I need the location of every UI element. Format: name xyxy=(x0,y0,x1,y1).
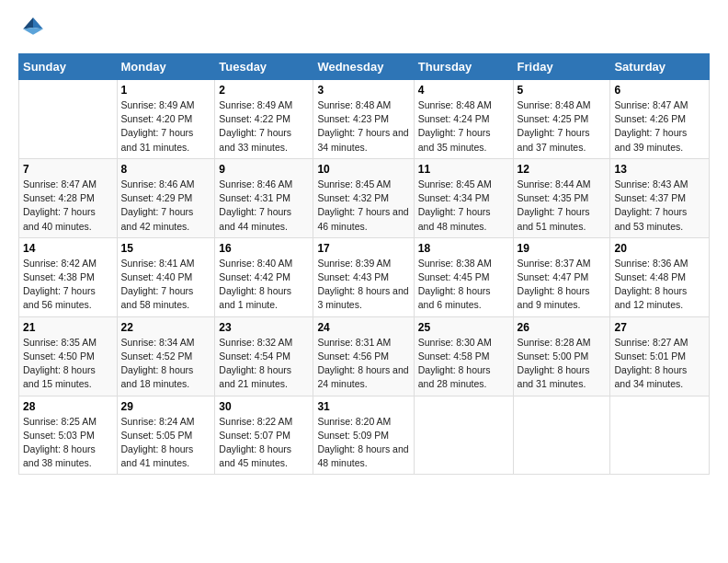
day-info: Sunrise: 8:37 AM Sunset: 4:47 PM Dayligh… xyxy=(518,257,607,313)
day-info: Sunrise: 8:24 AM Sunset: 5:05 PM Dayligh… xyxy=(121,415,211,471)
day-info: Sunrise: 8:27 AM Sunset: 5:01 PM Dayligh… xyxy=(614,336,705,392)
day-info: Sunrise: 8:31 AM Sunset: 4:56 PM Dayligh… xyxy=(317,336,409,392)
calendar-cell xyxy=(414,396,513,475)
day-info: Sunrise: 8:22 AM Sunset: 5:07 PM Dayligh… xyxy=(219,415,309,471)
calendar-cell: 11Sunrise: 8:45 AM Sunset: 4:34 PM Dayli… xyxy=(414,158,513,237)
day-info: Sunrise: 8:28 AM Sunset: 5:00 PM Dayligh… xyxy=(518,336,607,392)
day-info: Sunrise: 8:48 AM Sunset: 4:24 PM Dayligh… xyxy=(418,98,509,155)
day-number: 30 xyxy=(219,400,309,413)
day-number: 11 xyxy=(418,163,509,176)
day-number: 20 xyxy=(614,242,705,255)
day-number: 1 xyxy=(121,84,211,97)
day-info: Sunrise: 8:48 AM Sunset: 4:23 PM Dayligh… xyxy=(317,98,409,155)
day-number: 3 xyxy=(317,84,409,97)
calendar-cell: 2Sunrise: 8:49 AM Sunset: 4:22 PM Daylig… xyxy=(215,80,313,159)
calendar-cell: 29Sunrise: 8:24 AM Sunset: 5:05 PM Dayli… xyxy=(117,396,215,475)
calendar-table: SundayMondayTuesdayWednesdayThursdayFrid… xyxy=(18,53,710,475)
calendar-cell: 25Sunrise: 8:30 AM Sunset: 4:58 PM Dayli… xyxy=(414,316,513,396)
day-number: 25 xyxy=(418,321,509,334)
calendar-cell: 1Sunrise: 8:49 AM Sunset: 4:20 PM Daylig… xyxy=(117,80,215,159)
day-number: 26 xyxy=(518,321,607,334)
calendar-cell: 15Sunrise: 8:41 AM Sunset: 4:40 PM Dayli… xyxy=(117,237,215,316)
day-number: 18 xyxy=(418,242,509,255)
day-number: 22 xyxy=(121,321,211,334)
column-header-saturday: Saturday xyxy=(610,54,710,80)
calendar-cell: 30Sunrise: 8:22 AM Sunset: 5:07 PM Dayli… xyxy=(215,396,313,475)
day-info: Sunrise: 8:45 AM Sunset: 4:32 PM Dayligh… xyxy=(317,178,409,234)
day-info: Sunrise: 8:46 AM Sunset: 4:31 PM Dayligh… xyxy=(219,178,309,234)
day-number: 10 xyxy=(317,163,409,176)
day-number: 8 xyxy=(121,163,211,176)
calendar-week-row: 7Sunrise: 8:47 AM Sunset: 4:28 PM Daylig… xyxy=(19,158,710,237)
svg-marker-1 xyxy=(23,17,33,29)
column-header-wednesday: Wednesday xyxy=(313,54,414,80)
day-info: Sunrise: 8:41 AM Sunset: 4:40 PM Dayligh… xyxy=(121,257,211,313)
page-header xyxy=(18,15,710,44)
calendar-cell: 23Sunrise: 8:32 AM Sunset: 4:54 PM Dayli… xyxy=(215,316,313,396)
calendar-cell: 7Sunrise: 8:47 AM Sunset: 4:28 PM Daylig… xyxy=(19,158,118,237)
day-number: 13 xyxy=(614,163,705,176)
column-header-monday: Monday xyxy=(117,54,215,80)
calendar-cell: 26Sunrise: 8:28 AM Sunset: 5:00 PM Dayli… xyxy=(513,316,610,396)
day-number: 2 xyxy=(219,84,309,97)
svg-marker-0 xyxy=(33,17,43,29)
day-info: Sunrise: 8:49 AM Sunset: 4:20 PM Dayligh… xyxy=(121,98,211,155)
day-info: Sunrise: 8:25 AM Sunset: 5:03 PM Dayligh… xyxy=(23,415,113,471)
column-header-thursday: Thursday xyxy=(414,54,513,80)
calendar-cell: 10Sunrise: 8:45 AM Sunset: 4:32 PM Dayli… xyxy=(313,158,414,237)
calendar-cell xyxy=(19,80,118,159)
day-info: Sunrise: 8:46 AM Sunset: 4:29 PM Dayligh… xyxy=(121,178,211,234)
calendar-week-row: 14Sunrise: 8:42 AM Sunset: 4:38 PM Dayli… xyxy=(19,237,710,316)
day-info: Sunrise: 8:45 AM Sunset: 4:34 PM Dayligh… xyxy=(418,178,509,234)
day-info: Sunrise: 8:36 AM Sunset: 4:48 PM Dayligh… xyxy=(614,257,705,313)
calendar-cell: 28Sunrise: 8:25 AM Sunset: 5:03 PM Dayli… xyxy=(19,396,118,475)
calendar-week-row: 21Sunrise: 8:35 AM Sunset: 4:50 PM Dayli… xyxy=(19,316,710,396)
day-number: 16 xyxy=(219,242,309,255)
column-header-friday: Friday xyxy=(513,54,610,80)
day-info: Sunrise: 8:30 AM Sunset: 4:58 PM Dayligh… xyxy=(418,336,509,392)
day-info: Sunrise: 8:42 AM Sunset: 4:38 PM Dayligh… xyxy=(23,257,113,313)
day-number: 31 xyxy=(317,400,409,413)
calendar-cell: 12Sunrise: 8:44 AM Sunset: 4:35 PM Dayli… xyxy=(513,158,610,237)
calendar-cell xyxy=(610,396,710,475)
day-number: 27 xyxy=(614,321,705,334)
day-number: 29 xyxy=(121,400,211,413)
calendar-header-row: SundayMondayTuesdayWednesdayThursdayFrid… xyxy=(19,54,710,80)
calendar-cell: 20Sunrise: 8:36 AM Sunset: 4:48 PM Dayli… xyxy=(610,237,710,316)
day-info: Sunrise: 8:39 AM Sunset: 4:43 PM Dayligh… xyxy=(317,257,409,313)
day-info: Sunrise: 8:20 AM Sunset: 5:09 PM Dayligh… xyxy=(317,415,409,471)
calendar-cell xyxy=(513,396,610,475)
day-number: 6 xyxy=(614,84,705,97)
calendar-cell: 14Sunrise: 8:42 AM Sunset: 4:38 PM Dayli… xyxy=(19,237,118,316)
calendar-cell: 6Sunrise: 8:47 AM Sunset: 4:26 PM Daylig… xyxy=(610,80,710,159)
column-header-tuesday: Tuesday xyxy=(215,54,313,80)
day-number: 9 xyxy=(219,163,309,176)
day-number: 5 xyxy=(518,84,607,97)
day-number: 24 xyxy=(317,321,409,334)
day-info: Sunrise: 8:48 AM Sunset: 4:25 PM Dayligh… xyxy=(518,98,607,155)
calendar-cell: 16Sunrise: 8:40 AM Sunset: 4:42 PM Dayli… xyxy=(215,237,313,316)
day-number: 19 xyxy=(518,242,607,255)
day-number: 28 xyxy=(23,400,113,413)
calendar-cell: 24Sunrise: 8:31 AM Sunset: 4:56 PM Dayli… xyxy=(313,316,414,396)
calendar-cell: 17Sunrise: 8:39 AM Sunset: 4:43 PM Dayli… xyxy=(313,237,414,316)
day-number: 12 xyxy=(518,163,607,176)
day-info: Sunrise: 8:35 AM Sunset: 4:50 PM Dayligh… xyxy=(23,336,113,392)
day-number: 7 xyxy=(23,163,113,176)
day-info: Sunrise: 8:47 AM Sunset: 4:26 PM Dayligh… xyxy=(614,98,705,155)
logo xyxy=(18,15,46,44)
day-info: Sunrise: 8:38 AM Sunset: 4:45 PM Dayligh… xyxy=(418,257,509,313)
day-number: 15 xyxy=(121,242,211,255)
day-info: Sunrise: 8:43 AM Sunset: 4:37 PM Dayligh… xyxy=(614,178,705,234)
day-number: 21 xyxy=(23,321,113,334)
day-number: 17 xyxy=(317,242,409,255)
day-info: Sunrise: 8:40 AM Sunset: 4:42 PM Dayligh… xyxy=(219,257,309,313)
calendar-cell: 27Sunrise: 8:27 AM Sunset: 5:01 PM Dayli… xyxy=(610,316,710,396)
calendar-cell: 13Sunrise: 8:43 AM Sunset: 4:37 PM Dayli… xyxy=(610,158,710,237)
calendar-cell: 22Sunrise: 8:34 AM Sunset: 4:52 PM Dayli… xyxy=(117,316,215,396)
logo-icon xyxy=(20,15,46,40)
calendar-cell: 8Sunrise: 8:46 AM Sunset: 4:29 PM Daylig… xyxy=(117,158,215,237)
calendar-cell: 3Sunrise: 8:48 AM Sunset: 4:23 PM Daylig… xyxy=(313,80,414,159)
calendar-cell: 18Sunrise: 8:38 AM Sunset: 4:45 PM Dayli… xyxy=(414,237,513,316)
day-info: Sunrise: 8:32 AM Sunset: 4:54 PM Dayligh… xyxy=(219,336,309,392)
